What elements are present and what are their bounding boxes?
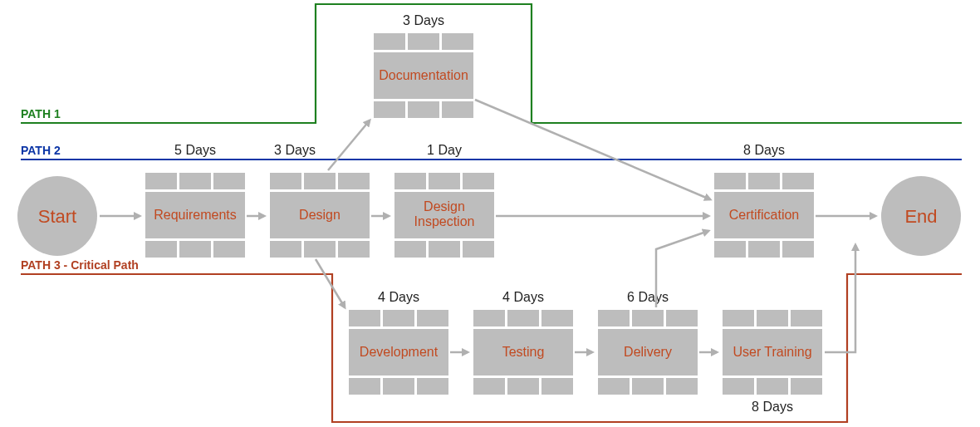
svg-rect-42 [383, 378, 414, 395]
svg-rect-25 [782, 173, 814, 189]
svg-rect-37 [349, 310, 380, 326]
svg-rect-28 [748, 241, 780, 258]
svg-rect-53 [666, 310, 698, 326]
svg-rect-46 [541, 310, 573, 326]
svg-rect-29 [782, 241, 814, 258]
svg-rect-52 [632, 310, 664, 326]
task-design-inspection-title-2: Inspection [414, 214, 475, 228]
svg-rect-32 [442, 33, 473, 50]
svg-rect-50 [541, 378, 573, 395]
svg-rect-59 [757, 310, 788, 326]
svg-rect-2 [145, 173, 177, 189]
start-label: Start [38, 206, 76, 227]
svg-rect-7 [179, 241, 211, 258]
task-design-inspection-duration: 1 Day [427, 143, 462, 157]
path3-label: PATH 3 - Critical Path [21, 258, 139, 272]
svg-rect-39 [417, 310, 448, 326]
svg-rect-48 [473, 378, 505, 395]
svg-rect-3 [179, 173, 211, 189]
svg-rect-35 [408, 101, 439, 118]
svg-rect-24 [748, 173, 780, 189]
svg-rect-15 [338, 241, 370, 258]
task-documentation: Documentation [374, 33, 473, 118]
task-user-training-title: User Training [733, 345, 811, 359]
svg-rect-22 [463, 241, 494, 258]
svg-rect-36 [442, 101, 473, 118]
svg-rect-60 [791, 310, 822, 326]
svg-rect-11 [338, 173, 370, 189]
svg-rect-9 [270, 173, 301, 189]
svg-rect-34 [374, 101, 405, 118]
start-node: Start [17, 176, 97, 256]
task-certification: Certification [714, 173, 814, 258]
svg-rect-41 [349, 378, 380, 395]
arrow-usertraining-end [825, 245, 855, 352]
task-design: Design [270, 173, 370, 258]
svg-rect-55 [598, 378, 630, 395]
svg-rect-18 [463, 173, 494, 189]
svg-rect-62 [723, 378, 754, 395]
task-certification-title: Certification [729, 208, 799, 222]
task-design-inspection: Design Inspection [394, 173, 494, 258]
svg-rect-38 [383, 310, 414, 326]
path1-frame [21, 4, 962, 123]
svg-rect-17 [429, 173, 460, 189]
arrow-documentation-certification [475, 100, 710, 199]
task-delivery-title: Delivery [624, 345, 672, 359]
svg-rect-45 [507, 310, 539, 326]
path1-label: PATH 1 [21, 107, 61, 120]
task-design-inspection-title-1: Design [424, 199, 465, 214]
svg-rect-14 [304, 241, 336, 258]
task-requirements-duration: 5 Days [174, 143, 216, 157]
svg-rect-23 [714, 173, 746, 189]
svg-rect-16 [394, 173, 426, 189]
svg-rect-21 [429, 241, 460, 258]
arrow-design-documentation [328, 120, 370, 170]
arrow-design-development [316, 259, 345, 307]
task-development: Development [349, 310, 448, 395]
task-design-duration: 3 Days [274, 143, 316, 157]
task-development-duration: 4 Days [378, 290, 419, 304]
svg-rect-13 [270, 241, 301, 258]
svg-rect-31 [408, 33, 439, 50]
end-label: End [904, 206, 937, 227]
svg-rect-63 [757, 378, 788, 395]
svg-rect-20 [394, 241, 426, 258]
svg-rect-43 [417, 378, 448, 395]
task-delivery: Delivery [598, 310, 698, 395]
svg-rect-44 [473, 310, 505, 326]
svg-rect-27 [714, 241, 746, 258]
task-delivery-duration: 6 Days [627, 290, 669, 304]
end-node: End [881, 176, 961, 256]
svg-rect-10 [304, 173, 336, 189]
svg-rect-58 [723, 310, 754, 326]
task-documentation-title: Documentation [379, 68, 468, 82]
task-testing: Testing [473, 310, 573, 395]
svg-rect-4 [213, 173, 245, 189]
task-user-training-duration: 8 Days [752, 400, 793, 414]
svg-rect-57 [666, 378, 698, 395]
task-testing-duration: 4 Days [502, 290, 544, 304]
svg-rect-51 [598, 310, 630, 326]
svg-rect-30 [374, 33, 405, 50]
task-user-training: User Training [723, 310, 822, 395]
path2-label: PATH 2 [21, 144, 61, 157]
task-development-title: Development [360, 345, 439, 359]
svg-rect-49 [507, 378, 539, 395]
task-documentation-duration: 3 Days [403, 13, 444, 27]
svg-rect-6 [145, 241, 177, 258]
task-requirements-title: Requirements [154, 208, 237, 222]
svg-rect-8 [213, 241, 245, 258]
svg-rect-64 [791, 378, 822, 395]
task-certification-duration: 8 Days [743, 143, 785, 157]
task-requirements: Requirements [145, 173, 245, 258]
critical-path-diagram: PATH 1 PATH 2 PATH 3 - Critical Path Sta… [0, 0, 980, 427]
svg-rect-56 [632, 378, 664, 395]
task-testing-title: Testing [502, 345, 545, 359]
task-design-title: Design [299, 208, 341, 222]
